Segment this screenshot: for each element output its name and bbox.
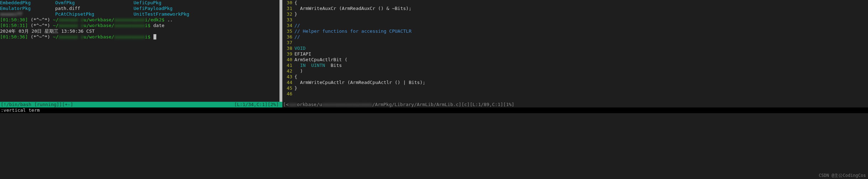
ls-item: xxxxxiff bbox=[0, 11, 55, 17]
line-number: 42 bbox=[282, 68, 294, 74]
ls-item: UefiCpuPkg bbox=[134, 0, 161, 5]
line-number: 44 bbox=[282, 80, 294, 85]
line-number: 36 bbox=[282, 34, 294, 40]
code-line: 30{ bbox=[282, 0, 868, 6]
line-number: 34 bbox=[282, 23, 294, 28]
code-line: 45} bbox=[282, 85, 868, 91]
ls-item: OvmfPkg bbox=[55, 0, 134, 6]
code-line: 37 bbox=[282, 40, 868, 46]
line-number: 30 bbox=[282, 0, 294, 6]
status-right: [<xxxorkbase/uxxxxxxxxxxxxxxxxxx/ArmPkg/… bbox=[282, 102, 868, 107]
code-line: 44 ArmWriteCpuActlr (ArmReadCpuActlr () … bbox=[282, 80, 868, 85]
code-line: 36// bbox=[282, 34, 868, 40]
prompt-line: [01:50:31] (*^~^*) ~/xxxxxxx xu/workbase… bbox=[0, 23, 279, 28]
code-line: 40ArmSetCpuActlrBit ( bbox=[282, 57, 868, 63]
code-line: 31 ArmWriteAuxCr (ArmReadAuxCr () & ~Bit… bbox=[282, 6, 868, 11]
line-number: 43 bbox=[282, 74, 294, 80]
line-number: 40 bbox=[282, 57, 294, 63]
ls-item: EmbeddedPkg bbox=[0, 0, 55, 6]
status-pos-left: [L:1/34,C:1][2%] bbox=[234, 102, 279, 107]
date-output: 2024年 03月 20日 星期三 13:50:36 CST bbox=[0, 28, 279, 34]
code-line: 33 bbox=[282, 17, 868, 23]
line-number: 37 bbox=[282, 40, 294, 46]
code-line: 35// Helper functions for accessing CPUA… bbox=[282, 28, 868, 34]
status-file: /ArmPkg/Library/ArmLib/ArmLib.c][c][L:1/… bbox=[372, 102, 514, 107]
code-line: 46 bbox=[282, 91, 868, 97]
ls-item: EmulatorPkg bbox=[0, 6, 55, 11]
code-line: 42 ) bbox=[282, 68, 868, 74]
line-number: 39 bbox=[282, 51, 294, 57]
status-shell: [!/bin/bash [running]][+-] bbox=[1, 102, 73, 107]
command-line[interactable]: :vertical term bbox=[0, 107, 868, 113]
line-number: 38 bbox=[282, 46, 294, 51]
line-number: 32 bbox=[282, 11, 294, 17]
line-number: 45 bbox=[282, 85, 294, 91]
code-line: 32} bbox=[282, 11, 868, 17]
cursor-icon bbox=[153, 34, 156, 40]
split-divider[interactable] bbox=[279, 0, 282, 102]
prompt-line: [01:50:30] (*^~^*) ~/xxxxxxx xu/workbase… bbox=[0, 17, 279, 23]
ls-item: UnitTestFrameworkPkg bbox=[134, 11, 189, 17]
status-bar: [!/bin/bash [running]][+-] [L:1/34,C:1][… bbox=[0, 102, 868, 107]
code-line: 38VOID bbox=[282, 46, 868, 51]
editor-split: EmbeddedPkgOvmfPkgUefiCpuPkg EmulatorPkg… bbox=[0, 0, 868, 102]
line-number: 33 bbox=[282, 17, 294, 23]
code-line: 41 IN UINTN Bits bbox=[282, 63, 868, 68]
line-number: 31 bbox=[282, 6, 294, 11]
watermark: CSDN @主公CodingCos bbox=[819, 173, 866, 178]
ls-item: path.diff bbox=[55, 6, 134, 11]
line-number: 41 bbox=[282, 63, 294, 68]
terminal-pane[interactable]: EmbeddedPkgOvmfPkgUefiCpuPkg EmulatorPkg… bbox=[0, 0, 279, 102]
line-number: 35 bbox=[282, 28, 294, 34]
code-line: 39EFIAPI bbox=[282, 51, 868, 57]
code-line: 34// bbox=[282, 23, 868, 28]
code-line: 43{ bbox=[282, 74, 868, 80]
code-pane[interactable]: 30{31 ArmWriteAuxCr (ArmReadAuxCr () & ~… bbox=[282, 0, 868, 102]
ls-item: UefiPayloadPkg bbox=[134, 6, 173, 11]
ls-item: PcAtChipsetPkg bbox=[55, 11, 134, 17]
status-left: [!/bin/bash [running]][+-] [L:1/34,C:1][… bbox=[0, 102, 279, 107]
prompt-line[interactable]: [01:50:36] (*^~^*) ~/xxxxxxx xu/workbase… bbox=[0, 34, 279, 40]
line-number: 46 bbox=[282, 91, 294, 97]
